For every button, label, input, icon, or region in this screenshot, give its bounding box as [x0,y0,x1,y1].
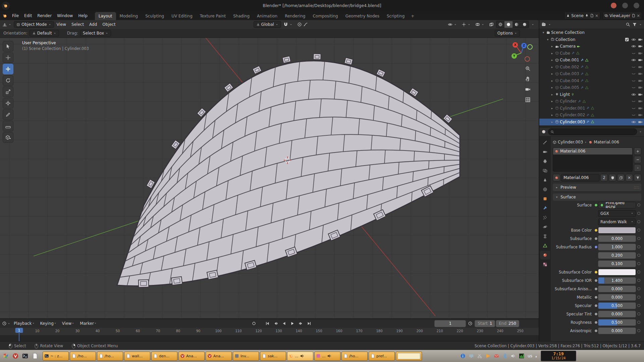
disclosure-arrow[interactable]: ▸ [550,58,554,62]
shading-dropdown[interactable] [529,22,537,27]
gizmo-x-neg-axis[interactable] [525,56,530,62]
outliner-row-cube-001[interactable]: ▸Cube.001 [539,57,644,64]
breadcrumb-object[interactable]: Cylinder.003 [558,140,583,144]
unlink-material-button[interactable]: × [626,174,633,181]
menu-help[interactable]: Help [75,12,90,19]
remove-slot-button[interactable] [634,156,641,163]
playhead-frame-badge[interactable]: 1 [15,328,23,333]
animate-decorator[interactable] [636,312,641,315]
workspace-tab-compositing[interactable]: Compositing [309,12,341,20]
search-icon[interactable] [626,22,630,27]
new-scene-icon[interactable] [590,14,594,17]
animate-decorator[interactable] [636,203,641,206]
properties-tab-render[interactable] [540,147,550,156]
task-button-1[interactable]: /ho... [70,352,96,361]
shading-solid-button[interactable] [504,21,513,28]
previous-keyframe-button[interactable] [272,320,279,327]
viewlayer-selector[interactable]: ViewLayer × [602,12,642,19]
animate-decorator[interactable] [636,287,641,290]
workspace-tab-geometry-nodes[interactable]: Geometry Nodes [342,12,383,20]
visibility-dropdown[interactable] [445,21,459,27]
animate-decorator[interactable] [636,321,641,324]
outliner-row-light[interactable]: ▸Light [539,91,644,98]
disclosure-arrow[interactable]: ▸ [550,72,554,75]
unlink-scene-icon[interactable]: × [595,13,598,18]
timeline-menu-playback[interactable]: Playback [11,320,38,327]
launcher-terminal-launcher[interactable] [21,352,30,360]
outliner-row-collection[interactable]: ▾Collection [539,36,644,43]
properties-tab-texture[interactable] [540,260,550,269]
shading-material-button[interactable] [513,21,521,28]
tool-rotate[interactable] [3,75,13,86]
new-viewlayer-icon[interactable] [632,14,635,17]
disclosure-arrow[interactable]: ▸ [550,93,554,96]
workspace-tab-animation[interactable]: Animation [253,12,281,20]
value-number[interactable]: 0.200 [598,252,636,259]
properties-editor-icon[interactable] [541,129,546,134]
jump-to-start-button[interactable] [264,320,271,327]
tool-cursor[interactable] [3,52,13,63]
outliner-row-cylinder[interactable]: ▸Cylinder [539,98,644,105]
workspace-tab-uv-editing[interactable]: UV Editing [168,12,196,20]
editor-type-button[interactable] [0,21,14,27]
slot-specials-button[interactable] [634,164,641,172]
nav-pan-button[interactable] [525,76,531,83]
outliner-row-cube-003[interactable]: ▸Cube.003 [539,70,644,77]
properties-tab-tool[interactable] [540,138,550,147]
panel-grip[interactable]: :::: [634,185,639,190]
nav-ortho-toggle-button[interactable] [525,97,531,104]
window-menu-icon[interactable] [2,2,10,10]
timeline-menu-keying[interactable]: Keying [38,320,59,327]
menu-file[interactable]: File [9,12,21,19]
next-keyframe-button[interactable] [297,320,305,327]
outliner-row-cube-002[interactable]: ▸Cube.002 [539,64,644,71]
material-name-field[interactable]: Material.006 [561,174,599,181]
animate-decorator[interactable] [636,296,641,299]
value-slider[interactable]: 0.000 [598,286,636,292]
task-button-13[interactable] [396,352,422,361]
material-users-button[interactable]: 2 [600,174,608,181]
viewport-menu-add[interactable]: Add [87,21,100,28]
nav-camera-view-button[interactable] [525,86,531,93]
auto-keyframe-toggle[interactable] [467,320,474,327]
frame-start-field[interactable]: Start1 [475,320,495,327]
viewport-3d[interactable]: User Perspective (1) Scene Collection | … [0,38,539,318]
task-button-7[interactable]: Inv... [233,352,259,361]
tool-add-cube[interactable] [3,132,13,143]
task-button-2[interactable]: /ho... [97,352,123,361]
tool-measure[interactable] [3,121,13,131]
add-workspace-button[interactable]: + [408,12,417,20]
outliner-editor-icon[interactable] [541,22,546,27]
task-button-0[interactable]: ~ : z... [43,352,69,361]
value-slider[interactable]: 0.000 [598,294,636,301]
filter-icon[interactable] [632,22,637,27]
timeline-menu-view[interactable]: View [59,320,77,327]
menu-render[interactable]: Render [35,12,54,19]
tray-mail-icon[interactable] [493,353,499,359]
value-slider[interactable]: 0.500 [598,302,636,309]
tool-move[interactable] [3,64,13,74]
shading-wireframe-button[interactable] [496,21,504,28]
tray-cpu-icon[interactable] [519,353,525,359]
launcher-vlc[interactable] [11,352,20,360]
disclosure-arrow[interactable]: ▸ [550,107,554,110]
gizmo-y-neg-axis[interactable] [527,44,533,50]
disclosure-arrow[interactable]: ▸ [550,79,554,82]
properties-tab-physics[interactable] [540,223,550,231]
tool-select-box[interactable] [3,41,13,52]
workspace-tab-layout[interactable]: Layout [95,12,116,20]
animate-decorator[interactable] [636,245,641,248]
tray-cut-icon[interactable] [477,353,483,359]
viewport-menu-select[interactable]: Select [69,21,87,28]
remove-viewlayer-icon[interactable]: × [637,13,640,18]
fake-user-button[interactable] [609,174,616,181]
dropdown-1[interactable]: GGX [598,210,636,217]
properties-tab-scene[interactable] [540,176,550,184]
animate-decorator[interactable] [636,254,641,257]
color-swatch[interactable] [598,269,636,276]
outliner-row-cylinder-003[interactable]: ▸Cylinder.003 [539,119,644,126]
surface-panel-header[interactable]: ▾ Surface [553,193,641,201]
dropdown-2[interactable]: Random Walk [598,219,636,225]
properties-tab-output[interactable] [540,157,550,166]
disclosure-arrow[interactable]: ▸ [550,86,554,89]
